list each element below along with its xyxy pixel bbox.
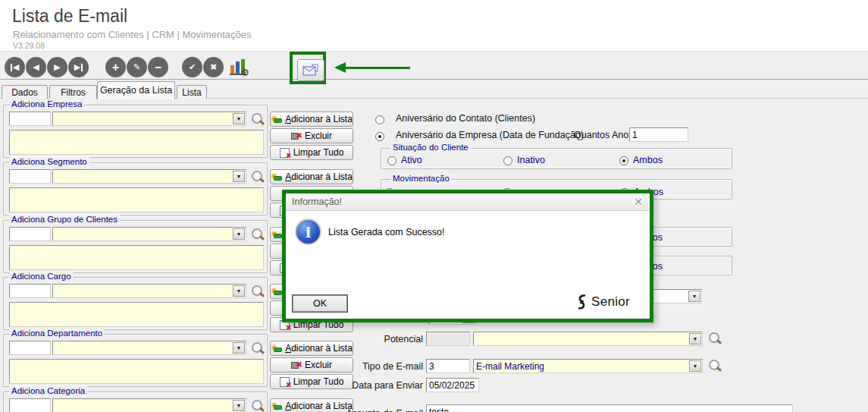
last-record-icon: ▶: [74, 62, 80, 72]
clear-table-icon: [280, 148, 290, 158]
group-label: Situação do Cliente: [390, 143, 471, 152]
cargo-listbox[interactable]: [9, 302, 264, 327]
categoria-code-input[interactable]: [9, 398, 51, 412]
tab-geracao-da-lista[interactable]: Geração da Lista: [97, 81, 175, 99]
radio-aniversario-empresa[interactable]: [375, 132, 384, 141]
tab-filtros[interactable]: Filtros: [49, 85, 97, 99]
quantos-anos-label: Quantos Anos: [574, 130, 634, 140]
group-situacao-cliente: Situação do Cliente Ativo Inativo Ambos: [381, 148, 732, 169]
senior-logo: Senior: [575, 293, 630, 311]
arrow-head-icon: [334, 62, 346, 73]
search-icon[interactable]: [250, 398, 265, 412]
grupo-combo[interactable]: ▼: [52, 227, 246, 241]
search-icon[interactable]: [250, 341, 265, 356]
radio-ativo[interactable]: [387, 156, 396, 165]
departamento-code-input[interactable]: [9, 341, 51, 355]
assunto-input[interactable]: [426, 404, 793, 412]
search-icon[interactable]: [707, 331, 722, 346]
arrow-annotation: [346, 67, 410, 69]
info-icon: i: [295, 219, 321, 245]
first-record-button[interactable]: ◀: [5, 57, 25, 77]
version-label: V3.29.08: [13, 41, 45, 50]
pencil-icon: ✎: [133, 62, 140, 72]
cargo-code-input[interactable]: [9, 284, 51, 298]
send-email-list-button[interactable]: [297, 59, 324, 81]
chart-button[interactable]: ⚙: [230, 58, 249, 76]
chevron-down-icon[interactable]: ▼: [233, 285, 245, 297]
chart-bar-icon: [230, 65, 234, 74]
previous-record-button[interactable]: ◀: [26, 57, 46, 77]
next-icon: ▶: [54, 62, 60, 72]
dialog-message: Lista Gerada com Sucesso!: [328, 227, 445, 237]
remove-record-button[interactable]: −: [148, 57, 168, 77]
chevron-down-icon[interactable]: ▼: [233, 400, 245, 411]
search-icon[interactable]: [250, 227, 265, 242]
toolbar: ◀ ◀ ▶ ▶ + ✎ − ✔ ✖ ⚙: [0, 52, 868, 80]
minus-icon: −: [155, 61, 161, 74]
group-label: Adiciona Categoria: [9, 386, 87, 395]
chevron-down-icon[interactable]: ▼: [233, 228, 245, 240]
data-enviar-input[interactable]: [426, 378, 479, 392]
edit-record-button[interactable]: ✎: [127, 57, 147, 77]
dialog-titlebar[interactable]: Informação!: [286, 193, 650, 211]
empresa-code-input[interactable]: [9, 112, 51, 126]
first-record-icon: ◀: [13, 62, 19, 72]
close-icon[interactable]: ✕: [634, 196, 643, 208]
assunto-label: Assunto de E-mail: [340, 408, 423, 412]
confirm-button[interactable]: ✔: [182, 57, 202, 77]
search-icon[interactable]: [250, 169, 265, 184]
empresa-combo[interactable]: ▼: [52, 112, 246, 126]
ok-button[interactable]: OK: [292, 294, 348, 313]
search-icon[interactable]: [250, 284, 265, 299]
radio-ambos[interactable]: [619, 156, 628, 165]
delete-icon: [291, 131, 302, 140]
radio-label: Inativo: [517, 155, 545, 165]
grupo-listbox[interactable]: [9, 245, 264, 270]
radio-label: Aniversário da Empresa (Data de Fundação…: [396, 130, 584, 140]
cargo-combo[interactable]: ▼: [52, 284, 246, 298]
previous-icon: ◀: [33, 62, 39, 72]
chevron-down-icon[interactable]: ▼: [689, 333, 701, 344]
tipo-email-combo[interactable]: E-mail Marketing▼: [473, 359, 703, 373]
cancel-button[interactable]: ✖: [203, 57, 224, 77]
adicionar-a-lista-button[interactable]: Adicionar à Lista: [270, 169, 353, 184]
dialog-title: Informação!: [292, 197, 342, 207]
chevron-down-icon[interactable]: ▼: [233, 113, 245, 124]
last-record-button[interactable]: ▶: [68, 57, 89, 77]
quantos-anos-input[interactable]: [629, 127, 688, 142]
radio-label: Aniversário do Contato (Clientes): [396, 113, 535, 124]
radio-label: Ambos: [633, 155, 663, 165]
grupo-code-input[interactable]: [9, 227, 51, 241]
chevron-down-icon[interactable]: ▼: [689, 360, 701, 372]
potencial-code-input[interactable]: [426, 332, 470, 346]
group-label: Adiciona Segmento: [9, 157, 89, 166]
data-enviar-label: Data para Enviar: [340, 380, 423, 391]
radio-inativo[interactable]: [503, 156, 512, 165]
tab-lista[interactable]: Lista: [177, 85, 207, 99]
departamento-listbox[interactable]: [9, 359, 264, 384]
segmento-combo[interactable]: ▼: [52, 169, 246, 184]
segmento-listbox[interactable]: [9, 187, 264, 212]
limpar-tudo-button[interactable]: Limpar Tudo: [270, 145, 353, 160]
tab-dados[interactable]: Dados: [2, 85, 48, 99]
chevron-down-icon[interactable]: ▼: [233, 171, 245, 182]
chevron-down-icon[interactable]: ▼: [233, 342, 245, 354]
chevron-down-icon[interactable]: ▼: [688, 291, 700, 302]
search-icon[interactable]: [250, 112, 265, 127]
empresa-listbox[interactable]: [9, 130, 264, 155]
senior-logo-icon: [575, 293, 588, 311]
first-record-icon: [11, 64, 12, 71]
adicionar-a-lista-button[interactable]: Adicionar à Lista: [270, 112, 353, 127]
add-record-button[interactable]: +: [105, 57, 126, 77]
excluir-button[interactable]: Excluir: [270, 128, 353, 143]
next-record-button[interactable]: ▶: [47, 57, 67, 77]
categoria-combo[interactable]: ▼: [52, 398, 246, 412]
group-adiciona-grupo-clientes: Adiciona Grupo de Clientes ▼: [3, 220, 268, 273]
potencial-combo[interactable]: ▼: [473, 332, 703, 346]
search-icon[interactable]: [707, 358, 722, 373]
segmento-code-input[interactable]: [9, 169, 51, 184]
departamento-combo[interactable]: ▼: [52, 341, 246, 355]
tipo-email-code-input[interactable]: [426, 359, 470, 373]
radio-aniversario-contato[interactable]: [375, 115, 384, 124]
page-title: Lista de E-mail: [12, 6, 127, 27]
